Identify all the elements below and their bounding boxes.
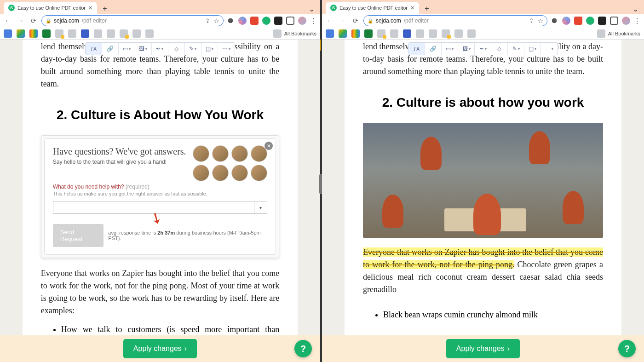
send-request-button[interactable]: Send Request [53, 224, 104, 247]
url-domain: sejda.com [54, 17, 79, 24]
tool-whiteout[interactable]: ◇ [168, 43, 185, 55]
list-item[interactable]: Black bean wraps cumin crunchy almond mi… [383, 309, 603, 321]
ext-icon-4[interactable] [586, 17, 594, 25]
close-tab-icon[interactable]: ✕ [410, 5, 414, 11]
url-bar[interactable]: 🔒 sejda.com/pdf-editor ⇪ ☆ [363, 15, 547, 26]
tabs-dropdown-icon[interactable]: ⌄ [306, 4, 316, 14]
image-person [382, 195, 403, 228]
bm-icon-blue[interactable] [403, 29, 411, 38]
tool-more[interactable]: ⋯▾ [218, 43, 235, 55]
tool-shape[interactable]: ◫▾ [524, 43, 541, 55]
kebab-menu-icon[interactable]: ⋮ [633, 17, 641, 25]
tool-link[interactable]: 🔗 [425, 43, 442, 55]
section-heading[interactable]: 2. Culture is About How You Work [41, 108, 280, 122]
back-button[interactable]: ← [325, 16, 335, 26]
tool-sign[interactable]: ✒▾ [475, 43, 491, 55]
ext-icon-1[interactable] [550, 17, 558, 25]
pdf-page[interactable]: IA 🔗 ▭▾ 🖼▾ ✒▾ ◇ ✎▾ ◫▾ ⋯▾ lend themselves… [23, 40, 298, 362]
bookmark-star-icon[interactable]: ☆ [538, 17, 543, 24]
kebab-menu-icon[interactable]: ⋮ [309, 17, 317, 25]
tool-sign[interactable]: ✒▾ [152, 43, 168, 55]
ext-icon-2[interactable] [238, 17, 247, 25]
tool-highlight[interactable]: ✎▾ [508, 43, 524, 55]
bm-calendar[interactable] [326, 29, 334, 38]
tool-shape[interactable]: ◫▾ [201, 43, 218, 55]
reload-button[interactable]: ⟳ [29, 16, 39, 26]
bm-sheets[interactable] [42, 29, 51, 38]
tool-form[interactable]: ▭▾ [119, 43, 135, 55]
bm-folder-5[interactable] [442, 29, 450, 38]
bm-drive[interactable] [17, 29, 25, 38]
tool-image[interactable]: 🖼▾ [458, 43, 475, 55]
bm-icon-blue[interactable] [81, 29, 89, 38]
bm-calendar[interactable] [4, 29, 12, 38]
hero-image[interactable] [363, 123, 603, 238]
url-bar[interactable]: 🔒 sejda.com/pdf-editor ⇪ ☆ [41, 15, 224, 26]
sidepanel-icon[interactable] [286, 17, 294, 25]
extensions-icon[interactable] [598, 17, 606, 25]
new-tab-button[interactable]: + [100, 4, 110, 14]
ext-icon-3[interactable] [574, 17, 582, 25]
help-button[interactable]: ? [294, 340, 312, 357]
tool-text[interactable]: IA [408, 43, 425, 55]
apply-changes-button[interactable]: Apply changes› [123, 339, 197, 358]
ext-icon-1[interactable] [226, 17, 235, 25]
new-tab-button[interactable]: + [422, 4, 432, 14]
share-icon[interactable]: ⇪ [205, 17, 210, 24]
tool-line[interactable]: —▾ [541, 43, 558, 55]
bullet-list[interactable]: Black bean wraps cumin crunchy almond mi… [383, 309, 603, 321]
bm-folder-7[interactable] [145, 29, 154, 38]
forward-button[interactable]: → [338, 16, 348, 26]
tool-highlight[interactable]: ✎▾ [185, 43, 201, 55]
all-bookmarks-button[interactable]: All Bookmarks [597, 29, 640, 38]
section-heading[interactable]: 2. Culture is about how you work [363, 95, 603, 110]
tool-image[interactable]: 🖼▾ [135, 43, 152, 55]
bm-folder-4[interactable] [107, 29, 115, 38]
pdf-page[interactable]: IA 🔗 ▭▾ 🖼▾ ✒▾ ◇ ✎▾ ◫▾ —▾ lend themselves… [345, 40, 621, 362]
all-bookmarks-button[interactable]: All Bookmarks [273, 29, 316, 38]
bm-gmail[interactable] [351, 29, 360, 38]
bm-folder-5[interactable] [120, 29, 128, 38]
browser-tab[interactable]: S Easy to use Online PDF editor ✕ [326, 2, 419, 14]
content-area: IA 🔗 ▭▾ 🖼▾ ✒▾ ◇ ✎▾ ◫▾ —▾ lend themselves… [322, 40, 644, 362]
tool-form[interactable]: ▭▾ [442, 43, 458, 55]
tool-whiteout[interactable]: ◇ [491, 43, 508, 55]
lock-icon: 🔒 [46, 18, 51, 23]
url-path: /pdf-editor [404, 17, 429, 24]
bm-folder-2[interactable] [390, 29, 398, 38]
ext-icon-4[interactable] [262, 17, 270, 25]
apply-changes-button[interactable]: Apply changes› [446, 339, 520, 358]
bm-gmail[interactable] [29, 29, 38, 38]
body-paragraph[interactable]: Everyone that works on Zapier has bought… [41, 267, 280, 317]
bm-folder-6[interactable] [132, 29, 141, 38]
forward-button[interactable]: → [16, 16, 26, 26]
bm-folder-4[interactable] [429, 29, 437, 38]
bm-folder-6[interactable] [454, 29, 463, 38]
back-button[interactable]: ← [3, 16, 13, 26]
browser-tab[interactable]: S Easy to use Online PDF editor ✕ [4, 2, 97, 14]
edited-paragraph[interactable]: Everyone that works on Zapier has bought… [363, 246, 603, 296]
share-icon[interactable]: ⇪ [529, 17, 534, 24]
bm-folder-2[interactable] [68, 29, 76, 38]
bm-folder-3[interactable] [416, 29, 424, 38]
profile-avatar[interactable] [622, 17, 630, 25]
help-button[interactable]: ? [618, 340, 636, 357]
bm-folder-3[interactable] [94, 29, 102, 38]
tool-link[interactable]: 🔗 [102, 43, 119, 55]
bm-folder-1[interactable] [55, 29, 63, 38]
ext-icon-2[interactable] [562, 17, 570, 25]
profile-avatar[interactable] [298, 17, 306, 25]
extensions-icon[interactable] [274, 17, 282, 25]
tool-text[interactable]: IA [86, 43, 102, 55]
ext-icon-3[interactable] [250, 17, 259, 25]
bookmark-star-icon[interactable]: ☆ [214, 17, 219, 24]
bm-drive[interactable] [339, 29, 347, 38]
bm-sheets[interactable] [364, 29, 373, 38]
reload-button[interactable]: ⟳ [351, 16, 361, 26]
bookmarks-bar: All Bookmarks [322, 28, 644, 40]
tabs-dropdown-icon[interactable]: ⌄ [630, 4, 640, 14]
bm-folder-7[interactable] [467, 29, 476, 38]
close-tab-icon[interactable]: ✕ [88, 5, 92, 11]
sidepanel-icon[interactable] [610, 17, 618, 25]
bm-folder-1[interactable] [377, 29, 385, 38]
